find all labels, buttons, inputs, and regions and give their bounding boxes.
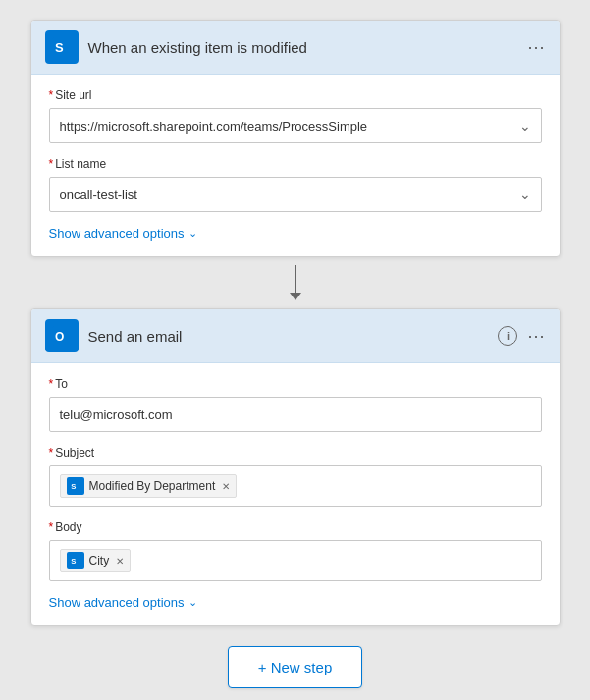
svg-text:O: O [55, 330, 64, 344]
trigger-card-header: S When an existing item is modified ··· [31, 21, 560, 75]
arrow-head [290, 293, 301, 300]
arrow-line [295, 265, 296, 293]
site-url-value: https://microsoft.sharepoint.com/teams/P… [60, 119, 368, 134]
trigger-advanced-chevron-icon: ⌄ [188, 227, 197, 240]
list-name-label: *List name [49, 157, 542, 171]
trigger-ellipsis-button[interactable]: ··· [527, 38, 545, 56]
trigger-card: S When an existing item is modified ··· … [30, 20, 561, 257]
action-show-advanced-label: Show advanced options [49, 595, 185, 610]
subject-tag-chip: S Modified By Department ✕ [60, 474, 238, 498]
trigger-show-advanced-button[interactable]: Show advanced options ⌄ [49, 226, 542, 241]
body-label: *Body [49, 520, 542, 534]
action-card-actions: i ··· [498, 326, 545, 346]
list-name-dropdown[interactable]: oncall-test-list ⌄ [49, 177, 542, 212]
subject-tag-icon: S [67, 477, 84, 495]
flow-container: S When an existing item is modified ··· … [30, 20, 561, 688]
body-field-group: *Body S City ✕ [49, 520, 542, 581]
body-tag-close-button[interactable]: ✕ [116, 556, 124, 566]
body-input[interactable]: S City ✕ [49, 540, 542, 581]
trigger-card-body: *Site url https://microsoft.sharepoint.c… [31, 75, 560, 256]
action-ellipsis-button[interactable]: ··· [527, 327, 545, 345]
list-name-chevron-icon: ⌄ [519, 187, 531, 202]
trigger-show-advanced-label: Show advanced options [49, 226, 185, 241]
sharepoint-icon: S [45, 30, 79, 64]
trigger-card-title: When an existing item is modified [88, 39, 528, 56]
site-url-field-group: *Site url https://microsoft.sharepoint.c… [49, 88, 542, 143]
svg-text:S: S [71, 482, 76, 491]
site-url-chevron-icon: ⌄ [519, 118, 531, 134]
site-url-dropdown[interactable]: https://microsoft.sharepoint.com/teams/P… [49, 108, 542, 143]
body-tag-icon: S [67, 552, 84, 569]
list-name-value: oncall-test-list [60, 188, 137, 202]
action-show-advanced-button[interactable]: Show advanced options ⌄ [49, 595, 542, 610]
action-card-header: O Send an email i ··· [31, 309, 560, 363]
action-advanced-chevron-icon: ⌄ [188, 596, 197, 609]
new-step-label: + New step [258, 659, 332, 675]
subject-tag-close-button[interactable]: ✕ [222, 481, 230, 492]
subject-tag-label: Modified By Department [89, 479, 216, 493]
arrow-connector [290, 257, 301, 308]
trigger-card-actions: ··· [527, 38, 545, 56]
to-field-group: *To telu@microsoft.com [49, 377, 542, 432]
action-card-body: *To telu@microsoft.com *Subject [31, 363, 560, 625]
svg-text:S: S [71, 557, 76, 565]
list-name-field-group: *List name oncall-test-list ⌄ [49, 157, 542, 212]
action-card-title: Send an email [88, 328, 499, 345]
subject-input[interactable]: S Modified By Department ✕ [49, 465, 542, 507]
outlook-icon: O [45, 319, 79, 352]
to-input[interactable]: telu@microsoft.com [49, 397, 542, 432]
action-info-button[interactable]: i [498, 326, 517, 346]
new-step-button[interactable]: + New step [228, 646, 362, 688]
subject-field-group: *Subject S Modified By Department ✕ [49, 446, 542, 507]
subject-label: *Subject [49, 446, 542, 459]
to-label: *To [49, 377, 542, 391]
action-card: O Send an email i ··· *To telu@microsoft… [30, 308, 561, 626]
body-tag-label: City [89, 554, 110, 567]
svg-text:S: S [55, 40, 64, 55]
site-url-label: *Site url [49, 88, 542, 102]
body-tag-chip: S City ✕ [60, 549, 132, 572]
to-value: telu@microsoft.com [60, 407, 173, 422]
